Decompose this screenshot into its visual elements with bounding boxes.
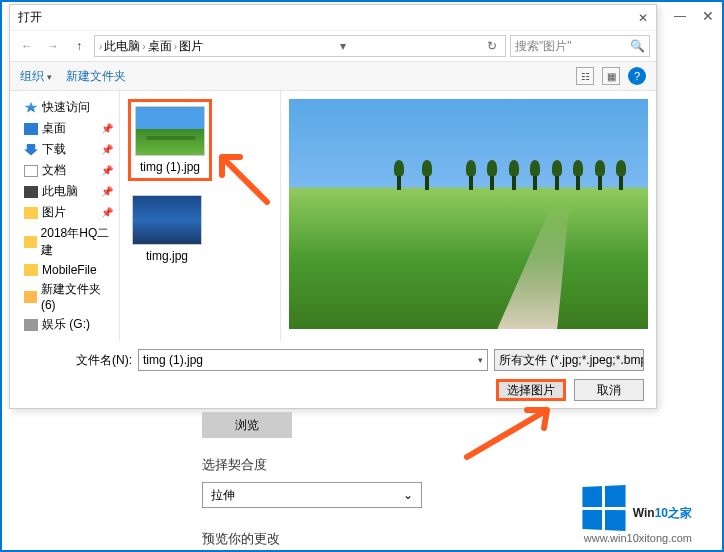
dropdown-icon[interactable]: ▾ xyxy=(336,39,350,53)
folder-icon xyxy=(24,207,38,219)
toolbar: 组织 新建文件夹 ☷ ▦ ? xyxy=(10,61,656,91)
sidebar-item-downloads[interactable]: 下载📌 xyxy=(10,139,119,160)
breadcrumb-item[interactable]: 图片 xyxy=(179,38,203,55)
filename-value: timg (1).jpg xyxy=(143,353,203,367)
open-button[interactable]: 选择图片 xyxy=(496,379,566,401)
browse-button[interactable]: 浏览 xyxy=(202,412,292,438)
search-placeholder: 搜索"图片" xyxy=(515,38,572,55)
file-item-selected[interactable]: timg (1).jpg xyxy=(128,99,212,181)
image-thumbnail xyxy=(135,106,205,156)
refresh-icon[interactable]: ↻ xyxy=(483,39,501,53)
file-open-dialog: 打开 ✕ ← → ↑ › 此电脑 › 桌面 › 图片 ▾ ↻ 搜索"图片" 🔍 … xyxy=(9,4,657,409)
desktop-icon xyxy=(24,123,38,135)
help-icon[interactable]: ? xyxy=(628,67,646,85)
chevron-right-icon: › xyxy=(142,41,145,52)
button-row: 选择图片 取消 xyxy=(22,379,644,401)
sidebar-item-folder[interactable]: MobileFile xyxy=(10,261,119,279)
download-icon xyxy=(24,144,38,156)
logo-url: www.win10xitong.com xyxy=(584,532,692,544)
watermark-logo: Win10之家 xyxy=(581,486,692,530)
drive-icon xyxy=(24,319,38,331)
pin-icon: 📌 xyxy=(101,144,113,155)
breadcrumb-item[interactable]: 桌面 xyxy=(148,38,172,55)
address-bar-row: ← → ↑ › 此电脑 › 桌面 › 图片 ▾ ↻ 搜索"图片" 🔍 xyxy=(10,31,656,61)
logo-text: Win10之家 xyxy=(633,493,692,524)
pin-icon: 📌 xyxy=(101,207,113,218)
folder-icon xyxy=(24,236,37,248)
dialog-titlebar: 打开 ✕ xyxy=(10,5,656,31)
document-icon xyxy=(24,165,38,177)
chevron-down-icon[interactable]: ⌄ xyxy=(403,488,413,502)
windows-icon xyxy=(582,485,625,531)
new-folder-button[interactable]: 新建文件夹 xyxy=(66,68,126,85)
computer-icon xyxy=(24,186,38,198)
chevron-down-icon[interactable]: ▾ xyxy=(478,355,483,365)
sidebar-item-label: MobileFile xyxy=(42,263,97,277)
sidebar-item-label: 娱乐 (G:) xyxy=(42,316,90,333)
button-label: 取消 xyxy=(597,382,621,399)
dialog-bottom: 文件名(N): timg (1).jpg ▾ 所有文件 (*.jpg;*.jpe… xyxy=(10,341,656,409)
preview-image xyxy=(289,99,648,329)
sidebar-item-documents[interactable]: 文档📌 xyxy=(10,160,119,181)
button-label: 浏览 xyxy=(235,417,259,434)
preview-pane xyxy=(280,91,656,341)
pin-icon: 📌 xyxy=(101,165,113,176)
cancel-button[interactable]: 取消 xyxy=(574,379,644,401)
window-controls: ✕ xyxy=(638,11,648,25)
minimize-icon[interactable]: — xyxy=(674,9,686,23)
search-icon[interactable]: 🔍 xyxy=(630,39,645,53)
search-input[interactable]: 搜索"图片" 🔍 xyxy=(510,35,650,57)
sidebar-item-label: 新建文件夹 (6) xyxy=(41,281,113,312)
filename-row: 文件名(N): timg (1).jpg ▾ 所有文件 (*.jpg;*.jpe… xyxy=(22,349,644,371)
sidebar-item-pictures[interactable]: 图片📌 xyxy=(10,202,119,223)
breadcrumb-item[interactable]: 此电脑 xyxy=(104,38,140,55)
fit-label: 选择契合度 xyxy=(202,456,712,474)
dialog-title: 打开 xyxy=(18,9,638,26)
sidebar-item-label: 文档 xyxy=(42,162,66,179)
up-button[interactable]: ↑ xyxy=(68,35,90,57)
sidebar-item-folder[interactable]: 2018年HQ二建 xyxy=(10,223,119,261)
star-icon xyxy=(24,102,38,114)
file-item[interactable]: timg.jpg xyxy=(128,191,206,267)
chevron-right-icon: › xyxy=(174,41,177,52)
back-button[interactable]: ← xyxy=(16,35,38,57)
sidebar-item-folder[interactable]: 新建文件夹 (6) xyxy=(10,279,119,314)
fit-value: 拉伸 xyxy=(211,487,235,504)
chevron-right-icon: › xyxy=(99,41,102,52)
folder-icon xyxy=(24,264,38,276)
close-icon[interactable]: ✕ xyxy=(702,8,714,24)
image-thumbnail xyxy=(132,195,202,245)
sidebar-item-thispc[interactable]: 此电脑📌 xyxy=(10,181,119,202)
view-mode-icon[interactable]: ☷ xyxy=(576,67,594,85)
button-label: 选择图片 xyxy=(507,382,555,399)
sidebar-item-label: 此电脑 xyxy=(42,183,78,200)
file-name: timg.jpg xyxy=(146,249,188,263)
dialog-body: 快速访问 桌面📌 下载📌 文档📌 此电脑📌 图片📌 2018年HQ二建 Mobi… xyxy=(10,91,656,341)
folder-icon xyxy=(24,291,37,303)
background-content: 浏览 选择契合度 拉伸 ⌄ 预览你的更改 xyxy=(202,412,712,552)
sidebar-item-drive[interactable]: 娱乐 (G:) xyxy=(10,314,119,335)
sidebar-item-desktop[interactable]: 桌面📌 xyxy=(10,118,119,139)
view-list-icon[interactable]: ▦ xyxy=(602,67,620,85)
forward-button: → xyxy=(42,35,64,57)
sidebar-item-label: 桌面 xyxy=(42,120,66,137)
sidebar-item-label: 下载 xyxy=(42,141,66,158)
pin-icon: 📌 xyxy=(101,123,113,134)
sidebar: 快速访问 桌面📌 下载📌 文档📌 此电脑📌 图片📌 2018年HQ二建 Mobi… xyxy=(10,91,120,341)
sidebar-item-label: 2018年HQ二建 xyxy=(41,225,113,259)
filetype-filter[interactable]: 所有文件 (*.jpg;*.jpeg;*.bmp;*. ▾ xyxy=(494,349,644,371)
breadcrumb[interactable]: › 此电脑 › 桌面 › 图片 ▾ ↻ xyxy=(94,35,506,57)
sidebar-item-label: 图片 xyxy=(42,204,66,221)
file-grid[interactable]: timg (1).jpg timg.jpg xyxy=(120,91,280,341)
sidebar-item-label: 快速访问 xyxy=(42,99,90,116)
filename-label: 文件名(N): xyxy=(22,352,132,369)
fit-select[interactable]: 拉伸 ⌄ xyxy=(202,482,422,508)
close-icon[interactable]: ✕ xyxy=(638,11,648,25)
sidebar-item-quick-access[interactable]: 快速访问 xyxy=(10,97,119,118)
filename-input[interactable]: timg (1).jpg ▾ xyxy=(138,349,488,371)
file-name: timg (1).jpg xyxy=(140,160,200,174)
organize-menu[interactable]: 组织 xyxy=(20,68,52,85)
filter-text: 所有文件 (*.jpg;*.jpeg;*.bmp;*. xyxy=(499,352,644,369)
pin-icon: 📌 xyxy=(101,186,113,197)
